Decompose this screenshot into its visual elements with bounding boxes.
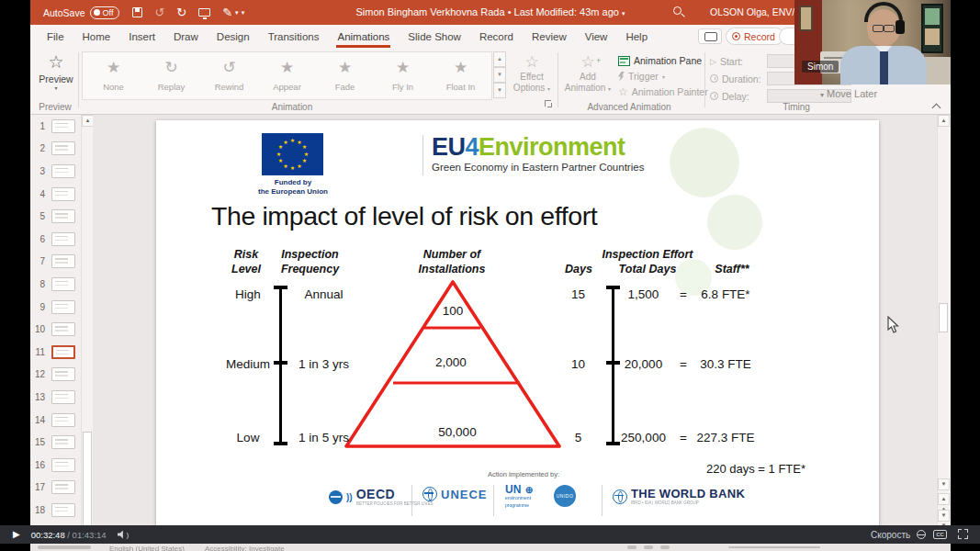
slide-thumbnail-preview[interactable] xyxy=(51,232,75,246)
move-later-button[interactable]: ▾ Move Later xyxy=(820,88,877,99)
redo-icon[interactable]: ↻ xyxy=(176,6,186,18)
slide-thumbnail-preview[interactable] xyxy=(51,458,75,472)
slide-thumbnail[interactable]: 15 xyxy=(30,431,81,454)
ribbon-tab[interactable]: Record xyxy=(470,25,523,48)
pen-dropdown-icon[interactable]: ▾ xyxy=(235,9,239,16)
slide-thumbnail[interactable]: 8 xyxy=(30,273,81,296)
slide-thumbnail-preview[interactable] xyxy=(51,503,75,517)
autosave-switch[interactable]: Off xyxy=(90,6,120,19)
animation-dialog-launcher-icon[interactable] xyxy=(545,100,551,107)
language-status[interactable]: English (United States) xyxy=(109,545,185,551)
save-icon[interactable] xyxy=(132,7,142,17)
slide-thumbnail-preview[interactable] xyxy=(51,164,75,178)
start-slideshow-icon[interactable] xyxy=(198,8,210,17)
comments-button[interactable] xyxy=(698,28,722,44)
slide-thumbnail[interactable]: 9 xyxy=(30,296,81,319)
animation-gallery-item[interactable]: ★ Fade xyxy=(316,59,374,94)
ribbon-tab[interactable]: Design xyxy=(208,25,259,48)
gallery-scroll-down-icon[interactable]: ▼ xyxy=(493,67,506,83)
autosave-toggle[interactable]: AutoSave Off xyxy=(43,6,119,19)
slide-thumbnail-preview[interactable] xyxy=(51,209,75,223)
slide-scrollbar[interactable]: ▲ ▼ ▲▲ ▼▼ xyxy=(937,115,949,525)
slide-thumbnail-preview[interactable] xyxy=(51,480,75,494)
ribbon-tab[interactable]: Slide Show xyxy=(399,25,470,48)
accessibility-status[interactable]: Accessibility: Investigate xyxy=(205,545,285,551)
decorative-circle xyxy=(707,195,762,250)
slide-thumbnail[interactable]: 10 xyxy=(30,318,81,341)
animation-gallery-item[interactable]: ↺ Rewind xyxy=(200,59,258,94)
slide-thumbnail[interactable]: 17 xyxy=(30,477,81,500)
animation-gallery-item[interactable]: ↻ Replay xyxy=(142,59,200,94)
settings-globe-icon[interactable] xyxy=(917,530,926,539)
trigger-button[interactable]: Trigger ▾ xyxy=(618,71,708,82)
quick-access-customize-icon[interactable]: ▾ xyxy=(242,9,245,16)
next-slide-icon[interactable]: ▼▼ xyxy=(938,510,950,522)
animation-painter-button[interactable]: ☆ Animation Painter xyxy=(618,86,708,97)
preview-button[interactable]: ☆ Preview ▾ xyxy=(36,52,76,91)
slide-thumbnail-preview[interactable] xyxy=(51,300,75,314)
animation-gallery-item[interactable]: ★ Float In xyxy=(432,59,490,94)
animation-gallery-item[interactable]: ★ Appear xyxy=(258,59,316,94)
slide-thumbnail-preview[interactable] xyxy=(51,367,75,381)
slide-thumbnail[interactable]: 14 xyxy=(30,409,81,432)
play-icon[interactable]: ▶ xyxy=(13,530,20,539)
ribbon-tab[interactable]: Transitions xyxy=(259,25,329,48)
slide-thumbnail-preview[interactable] xyxy=(51,277,75,291)
scrollbar-thumb[interactable] xyxy=(939,303,948,332)
add-animation-button[interactable]: ☆+ Add Animation ▾ xyxy=(561,53,614,95)
animation-pane-button[interactable]: Animation Pane xyxy=(618,55,708,66)
animation-gallery-item[interactable]: ★ None xyxy=(84,59,142,94)
ribbon-tab[interactable]: File xyxy=(38,25,73,48)
slide-number: 10 xyxy=(30,324,45,334)
collapse-ribbon-icon[interactable] xyxy=(932,103,941,110)
scroll-down-icon[interactable]: ▼ xyxy=(938,478,950,490)
slide-thumbnail[interactable]: 16 xyxy=(30,454,81,477)
slide-thumbnail[interactable]: 4 xyxy=(30,183,81,206)
slide-thumbnail[interactable]: 11 xyxy=(30,341,81,364)
slide-thumbnail-preview[interactable] xyxy=(51,413,75,427)
ribbon-tab[interactable]: Home xyxy=(73,25,120,48)
ribbon-tab[interactable]: Help xyxy=(616,25,657,48)
slide-thumbnail-preview[interactable] xyxy=(51,435,75,449)
volume-icon[interactable] xyxy=(118,531,126,539)
search-icon[interactable] xyxy=(673,6,681,15)
undo-icon[interactable]: ↺ xyxy=(154,6,164,18)
slide-thumbnail[interactable]: 7 xyxy=(30,251,81,274)
slide-thumbnail-preview[interactable] xyxy=(51,390,75,404)
closed-captions-icon[interactable]: CC xyxy=(933,530,947,539)
effect-options-button[interactable]: ☆ Effect Options ▾ xyxy=(509,53,555,95)
slide-thumbnail[interactable]: 13 xyxy=(30,386,81,409)
ribbon-tab[interactable]: Review xyxy=(523,25,576,48)
animation-effect-icon: ★ xyxy=(316,59,374,77)
ribbon-tab[interactable]: Insert xyxy=(119,25,164,48)
slide-thumbnail-preview[interactable] xyxy=(51,322,75,336)
playback-speed-label[interactable]: Скорость xyxy=(871,530,910,540)
slide-thumbnail-preview[interactable] xyxy=(51,119,75,133)
thumbnail-scrollbar[interactable]: ▲ xyxy=(81,115,93,525)
slide-thumbnail-preview[interactable] xyxy=(51,141,75,155)
slide-thumbnail-preview[interactable] xyxy=(51,345,75,359)
gallery-scroll-up-icon[interactable]: ▲ xyxy=(493,51,506,67)
slide-11[interactable]: Funded by the European Union EU4Environm… xyxy=(156,120,879,526)
scrollbar-thumb[interactable] xyxy=(83,432,92,534)
ribbon-tab[interactable]: Draw xyxy=(164,25,208,48)
slide-thumbnail[interactable]: 5 xyxy=(30,205,81,228)
slide-thumbnail[interactable]: 3 xyxy=(30,160,81,183)
fullscreen-icon[interactable] xyxy=(958,529,968,539)
previous-slide-icon[interactable]: ▲▲ xyxy=(938,493,950,505)
ribbon-tab[interactable]: Animations xyxy=(328,25,399,48)
slide-thumbnail-preview[interactable] xyxy=(51,187,75,201)
slide-thumbnail[interactable]: 6 xyxy=(30,228,81,251)
zoom-slider[interactable] xyxy=(728,546,820,548)
record-button[interactable]: Record xyxy=(726,28,784,45)
slide-thumbnail-preview[interactable] xyxy=(51,254,75,268)
slide-thumbnail[interactable]: 12 xyxy=(30,364,81,387)
gallery-more-icon[interactable]: ▼ xyxy=(493,83,506,98)
slide-thumbnail[interactable]: 1 xyxy=(30,115,81,138)
animation-gallery-item[interactable]: ★ Fly In xyxy=(374,59,432,94)
slide-thumbnail[interactable]: 2 xyxy=(30,138,81,161)
pen-icon[interactable]: ✎ xyxy=(222,6,232,18)
ribbon-tab[interactable]: View xyxy=(576,25,617,48)
scroll-up-icon[interactable]: ▲ xyxy=(938,115,950,127)
slide-thumbnail[interactable]: 18 xyxy=(30,499,81,522)
